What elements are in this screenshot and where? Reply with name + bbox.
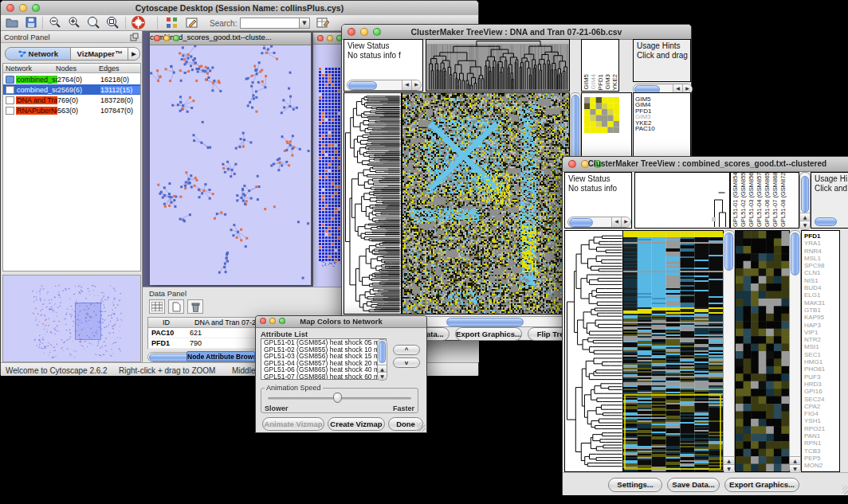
network-name: combined_scores_ [16, 76, 57, 84]
scroll-thumb[interactable] [815, 217, 837, 226]
animate-vizmap-button[interactable]: Animate Vizmap [262, 417, 324, 431]
more-tabs-button[interactable]: ▶ [128, 47, 140, 61]
node-count: 2764(0) [57, 76, 100, 84]
float-panel-icon[interactable] [130, 33, 139, 41]
column-label: GPL51-06 (GSM865) [764, 172, 771, 227]
close-button[interactable] [317, 35, 324, 41]
tab-vizmapper[interactable]: VizMapper™ [70, 47, 129, 61]
gene-label: PAN1 [802, 432, 825, 440]
resize-grip[interactable] [842, 486, 848, 494]
treeview2-title: ClusterMaker TreeView : combined_scores_… [563, 159, 848, 168]
usage-hints-panel: Usage Hints Click and drag to [633, 39, 691, 82]
scroll-right-icon[interactable]: ▶ [411, 80, 421, 90]
scroll-left-icon[interactable]: ◀ [611, 217, 621, 227]
gene-label: SEC1 [802, 351, 825, 358]
row-dendrogram[interactable] [344, 92, 402, 315]
annotation-button[interactable] [184, 15, 200, 29]
dialog-titlebar[interactable]: Map Colors to Network [256, 316, 426, 328]
gene-label: ELG1 [802, 291, 825, 299]
zoom-out-button[interactable] [47, 15, 63, 29]
help-button[interactable] [130, 15, 146, 29]
search-input[interactable] [240, 18, 302, 29]
gene-label: MON2 [802, 462, 825, 469]
move-up-button[interactable]: ^ [393, 345, 420, 355]
table-view-button[interactable] [149, 299, 165, 314]
new-attribute-button[interactable] [168, 299, 184, 314]
open-session-button[interactable] [4, 15, 20, 29]
view-status-hscroll[interactable]: ◀ ▶ [347, 80, 422, 91]
zoom-matrix[interactable] [584, 97, 619, 133]
network-row[interactable]: combined_sco2569(6)13112(15) [3, 84, 140, 95]
cell-value: 790 [190, 339, 202, 347]
delete-attribute-button[interactable] [187, 299, 203, 314]
gene-label: PAC10 [634, 126, 655, 131]
network-canvas[interactable] [150, 45, 311, 285]
zoom-vscroll[interactable]: ▲ ▼ [789, 230, 801, 474]
gene-label: RNR4 [802, 248, 825, 255]
treeview2-titlebar[interactable]: ClusterMaker TreeView : combined_scores_… [563, 157, 848, 172]
zoom-selected-button[interactable] [85, 15, 101, 29]
tab-network[interactable]: Network [5, 47, 72, 61]
usage-hints-label: Usage Hints [634, 40, 690, 51]
usage-hints-label: Usage Hi [811, 173, 848, 184]
treeview2-window: ClusterMaker TreeView : combined_scores_… [562, 156, 848, 495]
gene-label: HAP3 [802, 322, 825, 329]
scroll-left-icon[interactable]: ◀ [402, 80, 411, 90]
vizmap-button[interactable] [163, 15, 179, 29]
settings-button[interactable]: Settings... [608, 478, 662, 492]
zoom-in-button[interactable] [66, 15, 82, 29]
speed-slider-thumb[interactable] [333, 393, 342, 403]
network-titlebar[interactable]: combined_scores_good.txt--cluste... [150, 33, 311, 45]
create-vizmap-button[interactable]: Create Vizmap [328, 417, 385, 431]
labels-vscroll[interactable]: ▲ ▼ [799, 172, 811, 230]
scroll-thumb[interactable] [801, 176, 809, 213]
attribute-listbox[interactable]: GPL51-01 (GSM854) heat shock 05 minGPL51… [261, 338, 387, 380]
gene-label: RPN1 [802, 440, 825, 447]
scroll-thumb[interactable] [379, 341, 386, 363]
list-vscroll[interactable]: ▲ ▼ [377, 339, 387, 381]
export-graphics-button[interactable]: Export Graphics... [724, 478, 799, 492]
network-table-body: combined_scores_2764(0)16218(0)combined_… [3, 74, 140, 115]
column-dendrogram[interactable] [426, 39, 570, 92]
network-row[interactable]: combined_scores_2764(0)16218(0) [3, 74, 140, 84]
birdseye-view[interactable] [2, 275, 141, 362]
scroll-down-icon[interactable]: ▼ [800, 221, 810, 229]
zoom-window-button[interactable] [173, 35, 179, 41]
gene-label: NIS1 [802, 277, 825, 284]
tab-network-label: Network [29, 49, 58, 58]
search-label: Search: [210, 19, 237, 28]
search-dropdown-button[interactable]: ▼ [299, 18, 310, 29]
node-count: 563(0) [57, 107, 100, 115]
scroll-thumb[interactable] [724, 232, 733, 271]
minimize-button[interactable] [327, 35, 333, 41]
minimize-button[interactable] [163, 35, 170, 41]
zoom-fit-button[interactable] [104, 15, 120, 29]
treeview1-titlebar[interactable]: ClusterMaker TreeView : DNA and Tran 07-… [342, 25, 691, 40]
scroll-thumb[interactable] [791, 232, 799, 275]
view-status-hscroll[interactable]: ◀ ▶ [567, 217, 631, 228]
scroll-down-icon[interactable]: ▼ [378, 372, 387, 380]
heatmap[interactable] [622, 230, 724, 472]
scroll-thumb[interactable] [569, 218, 593, 227]
slower-label: Slower [265, 404, 289, 412]
network-row[interactable]: DNA and Tran 07769(0)183728(0) [3, 95, 140, 105]
column-dendrogram[interactable] [634, 172, 730, 229]
heatmap[interactable] [402, 92, 570, 315]
scroll-thumb[interactable] [348, 81, 377, 90]
save-data-button[interactable]: Save Data... [667, 478, 720, 492]
resize-grip[interactable] [417, 423, 426, 432]
row-dendrogram[interactable] [564, 230, 624, 472]
scroll-right-icon[interactable]: ▶ [621, 217, 630, 227]
network-row[interactable]: RNAPuberNov2+563(0)107847(0) [3, 105, 140, 115]
save-session-button[interactable] [23, 15, 39, 29]
scroll-thumb[interactable] [446, 318, 524, 326]
close-button[interactable] [154, 35, 160, 41]
zoom-heatmap[interactable] [735, 230, 790, 472]
export-graphics-button[interactable]: Export Graphics... [455, 327, 522, 341]
main-titlebar[interactable]: Cytoscape Desktop (Session Name: collins… [1, 1, 478, 16]
heatmap-vscroll[interactable]: ▲ ▼ [723, 230, 735, 474]
node-attribute-browser-tab[interactable]: Node Attribute Brows [186, 351, 255, 361]
attribute-browser-button[interactable] [315, 15, 331, 29]
attribute-item[interactable]: GPL51-07 (GSM868) heat shock 60 min [261, 373, 386, 380]
move-down-button[interactable]: v [393, 357, 420, 368]
